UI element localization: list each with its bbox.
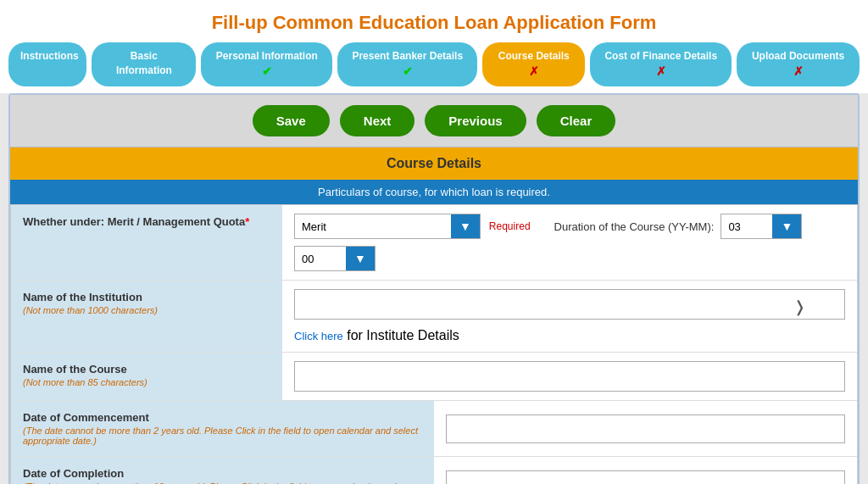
tab-basic-information[interactable]: Basic Information [92,42,196,86]
main-content: Save Next Previous Clear Course Details … [8,93,860,484]
commencement-note: (The date cannot be more than 2 years ol… [23,426,422,446]
merit-select-input[interactable] [295,215,451,238]
merit-label: Whether under: Merit / Management Quota* [11,205,282,280]
previous-button[interactable]: Previous [425,105,526,136]
duration-mm-wrapper[interactable]: ▼ [294,246,376,271]
tab-present-banker[interactable]: Present Banker Details ✔ [337,42,477,86]
merit-input-col: ▼ Required Duration of the Course (YY-MM… [282,205,857,280]
commencement-label-col: Date of Commencement (The date cannot be… [11,401,434,456]
course-note: (Not more than 85 characters) [23,377,270,387]
merit-required-msg: Required [489,220,531,232]
duration-yy-wrapper[interactable]: ▼ [721,214,802,239]
institution-input-col: ❭ Click here for Institute Details [282,281,857,352]
section-subheader: Particulars of course, for which loan is… [10,180,858,204]
dates-row: Date of Commencement (The date cannot be… [11,401,857,457]
duration-label: Duration of the Course (YY-MM): [554,220,715,233]
merit-dropdown-btn[interactable]: ▼ [451,214,480,238]
course-label: Name of the Course (Not more than 85 cha… [11,353,282,400]
clear-button[interactable]: Clear [537,105,616,136]
completion-row: Date of Completion (The date cannot be m… [11,457,857,484]
completion-label-col: Date of Completion (The date cannot be m… [11,457,434,484]
page-title: Fill-up Common Education Loan Applicatio… [0,0,868,42]
course-input[interactable] [294,361,845,392]
institution-row: Name of the Institution (Not more than 1… [11,281,857,353]
tab-instructions[interactable]: Instructions [8,42,86,86]
check-icon-personal: ✔ [262,64,272,78]
commencement-input[interactable] [446,414,845,443]
form-area: Whether under: Merit / Management Quota*… [10,204,858,484]
nav-tabs: Instructions Basic Information Personal … [0,42,868,93]
institution-label: Name of the Institution (Not more than 1… [11,281,282,352]
course-row: Name of the Course (Not more than 85 cha… [11,353,857,401]
save-button[interactable]: Save [253,105,330,136]
course-input-col [282,353,857,400]
duration-yy-btn[interactable]: ▼ [772,214,801,238]
check-icon-banker: ✔ [403,64,413,78]
tab-course-details[interactable]: Course Details ✗ [482,42,585,86]
duration-mm-btn[interactable]: ▼ [346,247,375,270]
cross-icon-upload: ✗ [793,64,804,78]
tab-upload-documents[interactable]: Upload Documents ✗ [737,42,860,86]
click-here-link[interactable]: Click here [294,330,343,342]
cross-icon-finance: ✗ [656,64,666,78]
completion-input-col [434,457,857,484]
commencement-input-col [434,401,857,456]
tab-personal-information[interactable]: Personal Information ✔ [201,42,332,86]
cross-icon-course: ✗ [529,64,539,78]
tab-cost-finance[interactable]: Cost of Finance Details ✗ [590,42,732,86]
duration-yy-input[interactable] [721,215,772,238]
duration-mm-input[interactable] [295,248,346,270]
institution-note: (Not more than 1000 characters) [23,305,270,315]
merit-select-wrapper[interactable]: ▼ [294,214,481,239]
section-header: Course Details [10,147,858,180]
institution-input[interactable] [294,289,845,320]
next-button[interactable]: Next [340,105,415,136]
click-here-suffix: for Institute Details [343,328,459,342]
merit-row: Whether under: Merit / Management Quota*… [11,205,857,281]
required-star: * [245,215,249,228]
completion-input[interactable] [446,470,845,484]
action-bar: Save Next Previous Clear [10,95,858,147]
